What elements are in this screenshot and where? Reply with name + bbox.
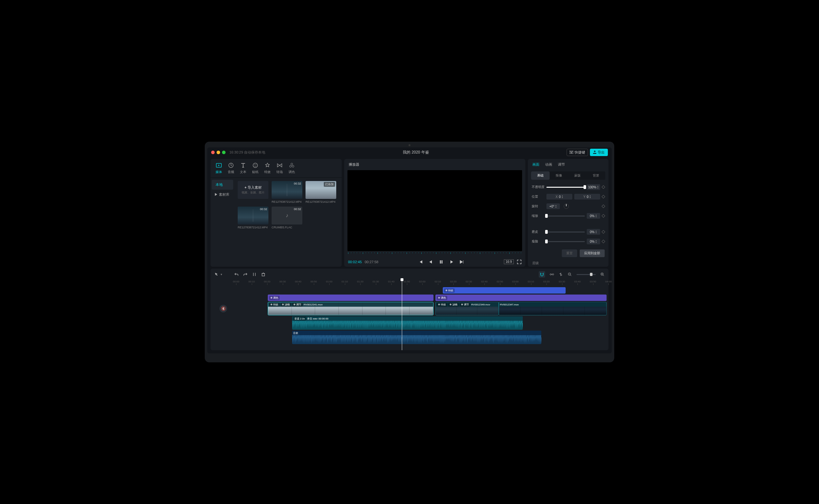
zoom-out-icon[interactable]: [568, 272, 572, 277]
time-total: 00:27:58: [365, 260, 378, 264]
props-subtab[interactable]: 蒙版: [568, 171, 587, 180]
scale-slider[interactable]: [547, 216, 585, 217]
smooth-slider[interactable]: [547, 232, 585, 232]
video-clip-2[interactable]: ✻ 特效 ✻ 滤镜 ✻ 调节 RV0012349.mov: [436, 302, 499, 315]
audio-clip-1[interactable]: 变速 2.0x 录音.wav 00:00:00: [292, 316, 523, 330]
position-y[interactable]: Y0▲▼: [574, 194, 600, 200]
prev-frame-icon[interactable]: [429, 260, 433, 264]
svg-rect-15: [262, 273, 264, 276]
smooth-value[interactable]: 0%▲▼: [587, 229, 600, 235]
position-x[interactable]: X0▲▼: [547, 194, 572, 200]
slim-value[interactable]: 0%▲▼: [587, 239, 600, 244]
media-sidebar-item[interactable]: 本地: [212, 180, 233, 190]
svg-point-10: [291, 163, 293, 165]
timeline-panel: ▼ 00:0000:1000:2000:3000:4000:5001:0001:…: [210, 269, 609, 350]
media-filename: RE127838721412.MP4: [238, 226, 268, 229]
svg-point-9: [256, 164, 256, 165]
fx-clip[interactable]: ✻ 特效: [443, 287, 566, 294]
svg-rect-2: [571, 151, 572, 152]
media-panel: 媒体音频文本贴纸特效转场调色 本地▶ 素材库 + 导入素材视频、音频、图片00:…: [210, 159, 342, 267]
props-subtab[interactable]: 背景: [587, 171, 605, 180]
media-item[interactable]: ♪00:32: [272, 207, 302, 224]
project-title: 我的 2020 年鉴: [265, 150, 567, 155]
redo-icon[interactable]: [243, 272, 248, 277]
props-tab[interactable]: 动画: [545, 162, 552, 167]
link-icon[interactable]: [550, 272, 554, 277]
window-maximize[interactable]: [222, 151, 225, 154]
goto-start-icon[interactable]: [419, 260, 423, 264]
apply-all-button[interactable]: 应用到全部: [580, 249, 605, 257]
svg-rect-13: [440, 260, 441, 264]
tool-tab-1[interactable]: 音频: [228, 162, 234, 174]
opacity-row: 不透明度 100%▲▼: [532, 184, 605, 190]
media-item[interactable]: 00:32: [272, 181, 302, 199]
keyframe-icon[interactable]: [602, 230, 605, 233]
rotation-row: 旋转 +0°▲▼: [532, 203, 605, 209]
props-tab[interactable]: 画面: [532, 162, 540, 167]
rotation-value[interactable]: +0°▲▼: [547, 203, 560, 209]
dropdown-icon[interactable]: ▼: [220, 273, 223, 276]
video-clip-3[interactable]: RV001234T.mov: [499, 302, 607, 315]
props-subtab[interactable]: 抠像: [550, 171, 568, 180]
next-frame-icon[interactable]: [449, 260, 454, 264]
svg-rect-0: [570, 151, 573, 154]
color-clip[interactable]: ✻ 调色: [268, 295, 434, 301]
select-tool-icon[interactable]: [214, 272, 219, 277]
preview-viewport[interactable]: [347, 170, 522, 251]
scale-row: 缩放 0%▲▼: [532, 213, 605, 219]
color-clip[interactable]: ✻ 调色: [436, 295, 607, 301]
advanced-section[interactable]: 层级: [528, 260, 609, 267]
svg-point-11: [289, 165, 291, 167]
svg-rect-1: [570, 151, 571, 152]
media-filename: CRUMBS.FLAC: [272, 226, 302, 229]
tool-tab-2[interactable]: 文本: [240, 162, 246, 174]
split-icon[interactable]: [252, 272, 256, 277]
preview-cut-icon[interactable]: [559, 272, 563, 277]
window-close[interactable]: [211, 151, 215, 154]
media-filename: RE127838721412.MP4: [272, 200, 302, 203]
props-tab[interactable]: 调节: [558, 162, 565, 167]
video-clip-1[interactable]: ✻ 特效 ✻ 滤镜 ✻ 调节 RV0012341.mov: [268, 302, 434, 315]
tool-tab-4[interactable]: 特效: [264, 162, 271, 174]
opacity-slider[interactable]: [547, 187, 585, 188]
opacity-value[interactable]: 100%▲▼: [587, 184, 600, 190]
zoom-in-icon[interactable]: [600, 272, 605, 277]
tool-tab-5[interactable]: 转场: [276, 162, 283, 174]
keyframe-icon[interactable]: [602, 214, 605, 217]
rotation-dial[interactable]: [564, 204, 569, 209]
zoom-slider[interactable]: [577, 274, 596, 275]
keyframe-icon[interactable]: [602, 204, 605, 208]
svg-rect-14: [442, 260, 443, 264]
keyframe-icon[interactable]: [602, 195, 605, 198]
delete-icon[interactable]: [261, 272, 265, 277]
media-sidebar-item[interactable]: ▶ 素材库: [210, 190, 234, 200]
window-minimize[interactable]: [216, 151, 220, 154]
slim-slider[interactable]: [547, 241, 585, 242]
preview-scrubber[interactable]: [347, 252, 522, 257]
goto-end-icon[interactable]: [460, 260, 464, 264]
magnet-icon[interactable]: [539, 271, 545, 278]
play-pause-icon[interactable]: [439, 260, 444, 264]
keyframe-icon[interactable]: [602, 240, 605, 243]
tool-tab-3[interactable]: 贴纸: [252, 162, 258, 174]
import-button[interactable]: + 导入素材视频、音频、图片: [238, 181, 268, 199]
tool-tab-6[interactable]: 调色: [288, 162, 295, 174]
svg-rect-3: [572, 151, 573, 152]
aspect-ratio[interactable]: 16:9: [504, 259, 514, 264]
media-item[interactable]: 00:32: [238, 207, 268, 224]
mute-track-icon[interactable]: 🔇: [219, 305, 227, 312]
props-subtab[interactable]: 基础: [531, 171, 550, 180]
audio-clip-2[interactable]: 音效: [292, 331, 542, 344]
time-current: 00:02:45: [348, 260, 362, 264]
media-item[interactable]: 已添加: [305, 181, 336, 199]
shortcuts-button[interactable]: 快捷键: [567, 149, 588, 156]
svg-point-8: [254, 164, 255, 165]
position-row: 位置 X0▲▼ Y0▲▼: [532, 194, 605, 200]
undo-icon[interactable]: [234, 272, 239, 277]
scale-value[interactable]: 0%▲▼: [587, 213, 600, 219]
reset-button[interactable]: 重置: [562, 249, 577, 257]
export-button[interactable]: 导出: [590, 149, 608, 156]
tool-tab-0[interactable]: 媒体: [216, 162, 222, 174]
keyframe-icon[interactable]: [602, 185, 605, 189]
fullscreen-icon[interactable]: [517, 260, 522, 264]
